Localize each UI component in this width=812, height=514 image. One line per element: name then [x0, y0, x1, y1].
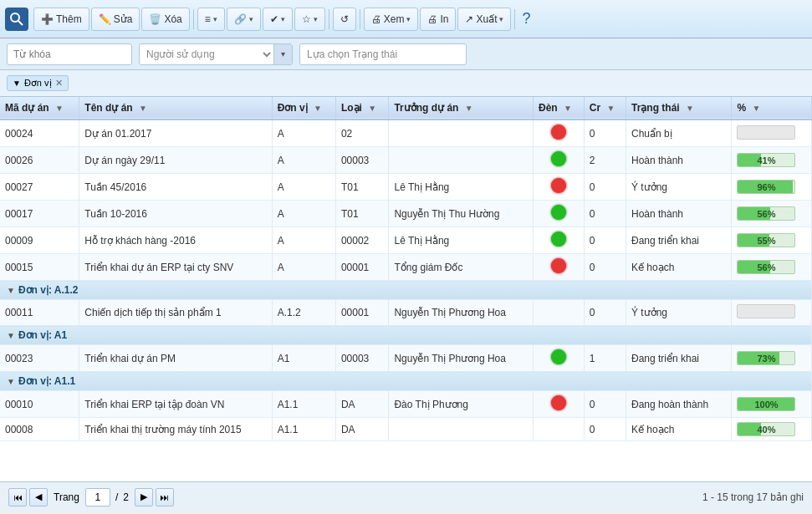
cell-den: [533, 174, 584, 201]
menu-button[interactable]: ≡ ▾: [197, 8, 225, 31]
filter-icon-truong[interactable]: ▼: [465, 104, 473, 113]
cell-den: [533, 300, 584, 326]
table-header-row: Mã dự án ▼ Tên dự án ▼ Đơn vị ▼ Loại ▼ T…: [0, 97, 812, 120]
filter-bar: Người sử dụng ▾ Lựa chọn Trạng thái: [0, 38, 812, 70]
user-select[interactable]: Người sử dụng: [140, 44, 273, 64]
tag-bar: ▼ Đơn vị ✕: [0, 70, 812, 97]
view-icon: 🖨: [371, 13, 381, 25]
table-row[interactable]: 00010Triển khai ERP tại tập đoàn VNA1.1D…: [0, 391, 812, 418]
edit-button[interactable]: ✏️ Sửa: [91, 8, 140, 31]
table-row[interactable]: 00017Tuần 10-2016AT01Nguyễn Thị Thu Hườn…: [0, 201, 812, 227]
pct-bar: 41%: [737, 153, 795, 167]
tag-don-vi: ▼ Đơn vị ✕: [7, 75, 69, 91]
print-button[interactable]: 🖨 In: [420, 8, 456, 31]
cell-cr: 2: [584, 147, 626, 174]
filter-icon-den[interactable]: ▼: [564, 104, 572, 113]
cell-pct: 56%: [732, 201, 812, 227]
delete-button[interactable]: 🗑️ Xóa: [141, 8, 189, 31]
cell-loai: 00001: [335, 300, 389, 326]
group-row[interactable]: ▼Đơn vị: A1: [0, 326, 812, 345]
cell-loai: 00003: [335, 147, 389, 174]
pct-empty: [737, 125, 795, 140]
separator-1: [193, 9, 194, 29]
cell-tt: Chuẩn bị: [626, 120, 732, 147]
check-button[interactable]: ✔ ▾: [263, 8, 293, 31]
svg-line-1: [18, 21, 23, 25]
cell-tt: Kế hoạch: [626, 254, 732, 281]
group-row[interactable]: ▼Đơn vị: A.1.2: [0, 281, 812, 300]
group-row[interactable]: ▼Đơn vị: A1.1: [0, 372, 812, 391]
star-button[interactable]: ☆ ▾: [294, 8, 325, 31]
pct-label: 96%: [738, 182, 794, 192]
user-select-wrap: Người sử dụng ▾: [139, 43, 293, 65]
view-button[interactable]: 🖨 Xem ▾: [364, 8, 419, 31]
filter-icon-tt[interactable]: ▼: [686, 104, 694, 113]
table-row[interactable]: 00008Triển khai thị trường máy tính 2015…: [0, 418, 812, 441]
check-icon: ✔: [270, 13, 278, 25]
table-row[interactable]: 00011Chiến dịch tiếp thị sản phẩm 1A.1.2…: [0, 300, 812, 326]
next-page-icon: ▶: [140, 491, 147, 502]
help-button[interactable]: ?: [522, 10, 530, 28]
group-arrow-icon: ▼: [7, 331, 15, 340]
data-table-wrap: Mã dự án ▼ Tên dự án ▼ Đơn vị ▼ Loại ▼ T…: [0, 97, 812, 481]
filter-icon-ten[interactable]: ▼: [139, 104, 147, 113]
table-row[interactable]: 00023Triển khai dự án PMA100003Nguyễn Th…: [0, 345, 812, 372]
status-dot-green: [551, 232, 566, 247]
pct-label: 73%: [738, 354, 794, 364]
cell-ten: Chiến dịch tiếp thị sản phẩm 1: [79, 300, 272, 326]
tag-close-button[interactable]: ✕: [55, 78, 63, 89]
prev-page-button[interactable]: ◀: [29, 488, 48, 506]
cell-loai: T01: [335, 201, 389, 227]
cell-tt: Kế hoạch: [626, 418, 732, 441]
cell-dv: A1.1: [272, 418, 335, 441]
cell-den: [533, 120, 584, 147]
table-row[interactable]: 00009Hỗ trợ khách hàng -2016A00002Lê Thị…: [0, 227, 812, 254]
cell-dv: A.1.2: [272, 300, 335, 326]
pct-bar: 55%: [737, 233, 795, 247]
pct-bar: 73%: [737, 351, 795, 365]
link-button[interactable]: 🔗 ▾: [227, 8, 261, 31]
filter-icon-cr[interactable]: ▼: [607, 104, 615, 113]
cell-ma: 00023: [0, 345, 79, 372]
col-loai: Loại ▼: [335, 97, 389, 120]
refresh-button[interactable]: ↺: [333, 8, 356, 31]
page-number-input[interactable]: [85, 488, 110, 506]
export-button[interactable]: ↗ Xuất ▾: [457, 8, 511, 31]
export-icon: ↗: [465, 13, 473, 25]
last-page-button[interactable]: ⏭: [156, 488, 174, 506]
table-row[interactable]: 00015Triển khai dự án ERP tại cty SNVA00…: [0, 254, 812, 281]
cell-loai: 00003: [335, 345, 389, 372]
next-page-button[interactable]: ▶: [135, 488, 153, 506]
table-row[interactable]: 00027Tuần 45/2016AT01Lê Thị Hằng0Ý tưởng…: [0, 174, 812, 201]
pct-bar: 40%: [737, 422, 795, 436]
first-page-button[interactable]: ⏮: [8, 488, 27, 506]
cell-den: [533, 418, 584, 441]
toolbar: ➕ Thêm ✏️ Sửa 🗑️ Xóa ≡ ▾ 🔗 ▾ ✔ ▾ ☆ ▾ ↺ 🖨…: [0, 0, 812, 38]
status-filter[interactable]: Lựa chọn Trạng thái: [299, 43, 467, 65]
cell-cr: 0: [584, 418, 626, 441]
filter-icon-ma[interactable]: ▼: [55, 104, 64, 113]
pct-label: 40%: [738, 425, 794, 435]
table-row[interactable]: 00024Dự án 01.2017A020Chuẩn bị: [0, 120, 812, 147]
group-label: Đơn vị: A.1.2: [18, 284, 79, 296]
cell-cr: 0: [584, 300, 626, 326]
filter-icon-pct[interactable]: ▼: [753, 104, 761, 113]
add-button[interactable]: ➕ Thêm: [33, 8, 89, 31]
keyword-input[interactable]: [7, 43, 132, 65]
table-row[interactable]: 00026Dự án ngày 29/11A000032Hoàn thành 4…: [0, 147, 812, 174]
cell-cr: 0: [584, 120, 626, 147]
page-buttons: ⏮ ◀ Trang / 2 ▶ ⏭: [8, 488, 174, 506]
filter-icon-loai[interactable]: ▼: [368, 104, 376, 113]
cell-truong: Nguyễn Thị Phương Hoa: [389, 300, 534, 326]
cell-loai: 02: [335, 120, 389, 147]
cell-ma: 00011: [0, 300, 79, 326]
cell-truong: Đào Thị Phương: [389, 391, 534, 418]
cell-ma: 00008: [0, 418, 79, 441]
filter-icon-dv[interactable]: ▼: [314, 104, 322, 113]
cell-tt: Hoàn thành: [626, 147, 732, 174]
cell-ma: 00026: [0, 147, 79, 174]
cell-dv: A1: [272, 345, 335, 372]
cell-ten: Dự án 01.2017: [79, 120, 272, 147]
menu-icon: ≡: [205, 13, 211, 25]
pct-label: 100%: [738, 399, 794, 410]
